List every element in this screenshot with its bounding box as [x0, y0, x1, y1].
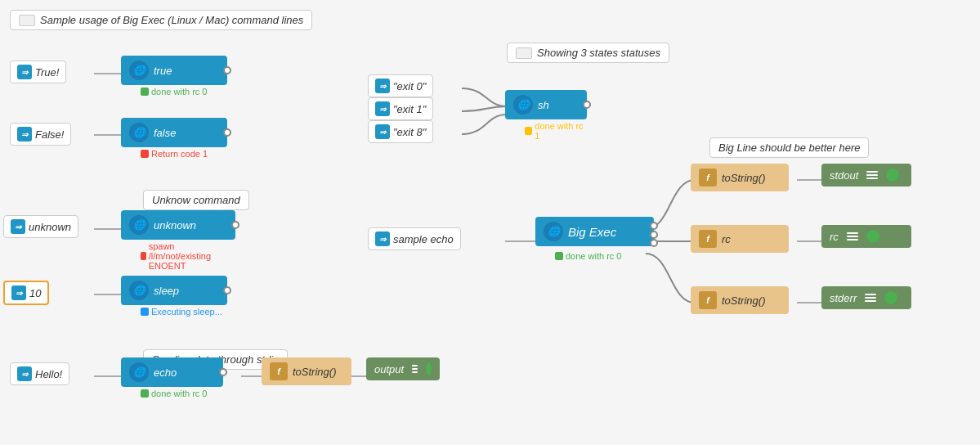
globe-icon-bigexec: 🌐: [544, 222, 563, 241]
output-port-bigexec-3[interactable]: [650, 239, 658, 247]
big-line-label: Big Line should be better here: [709, 137, 869, 158]
unknow-command-label: Unknow command: [143, 190, 249, 210]
tostring-stdout-node[interactable]: f toString(): [691, 164, 789, 191]
title-label: Sample usage of Big Exec (Linux / Mac) c…: [10, 10, 312, 30]
menu-icon: [412, 365, 417, 373]
globe-icon-2: 🌐: [129, 123, 149, 142]
stdout-output-node[interactable]: stdout: [821, 164, 911, 187]
globe-icon-3: 🌐: [129, 215, 149, 235]
big-exec-node[interactable]: 🌐 Big Exec done with rc 0: [535, 217, 654, 246]
f-icon-rc: f: [699, 230, 717, 248]
false-exec-node[interactable]: 🌐 false Return code 1: [121, 118, 227, 147]
output-node[interactable]: output: [366, 357, 440, 380]
menu-icon-stdout: [866, 171, 878, 179]
globe-icon: 🌐: [129, 61, 149, 80]
sh-exec-node[interactable]: 🌐 sh done with rc 1: [505, 90, 587, 119]
rc-output-node[interactable]: rc: [821, 225, 911, 248]
output-port-bigexec-2[interactable]: [650, 231, 658, 239]
output-port-3[interactable]: [231, 221, 239, 229]
stderr-output-node[interactable]: stderr: [821, 286, 911, 309]
globe-icon-4: 🌐: [129, 281, 149, 300]
f-icon-stderr: f: [699, 291, 717, 309]
false-input-node[interactable]: ⇒ False!: [10, 123, 71, 146]
output-port-sh[interactable]: [583, 101, 591, 109]
f-icon: f: [270, 362, 288, 380]
exit8-input-node[interactable]: ⇒ "exit 8": [368, 120, 433, 143]
exit0-input-node[interactable]: ⇒ "exit 0": [368, 74, 433, 97]
sample-echo-input-node[interactable]: ⇒ sample echo: [368, 227, 461, 250]
status-circle-rc: [866, 230, 879, 243]
unknown-exec-node[interactable]: 🌐 unknown spawn /l/m/not/existing ENOENT: [121, 210, 235, 240]
status-circle-stdout: [886, 169, 899, 182]
sleep-input-node[interactable]: ⇒ 10: [3, 281, 49, 305]
output-port-2[interactable]: [223, 128, 231, 137]
true-exec-node[interactable]: 🌐 true done with rc 0: [121, 56, 227, 85]
unknown-input-node[interactable]: ⇒ unknown: [3, 215, 78, 238]
showing-states-label: Showing 3 states statuses: [507, 43, 669, 63]
hello-input-node[interactable]: ⇒ Hello!: [10, 362, 69, 385]
globe-icon-5: 🌐: [129, 362, 149, 382]
sleep-exec-node[interactable]: 🌐 sleep Executing sleep...: [121, 276, 227, 305]
output-port[interactable]: [223, 66, 231, 74]
rc-func-node[interactable]: f rc: [691, 225, 789, 253]
output-port-4[interactable]: [223, 286, 231, 294]
tostring-stderr-node[interactable]: f toString(): [691, 286, 789, 314]
status-circle-stderr: [884, 291, 897, 304]
output-port-bigexec-1[interactable]: [650, 222, 658, 230]
tostring-func-node[interactable]: f toString(): [262, 357, 351, 385]
output-port-5[interactable]: [219, 368, 227, 376]
echo-exec-node[interactable]: 🌐 echo done with rc 0: [121, 357, 223, 387]
status-circle: [426, 362, 432, 375]
menu-icon-rc: [847, 232, 858, 240]
globe-icon-sh: 🌐: [513, 95, 533, 115]
true-input-node[interactable]: ⇒ True!: [10, 61, 66, 83]
menu-icon-stderr: [865, 294, 876, 302]
exit1-input-node[interactable]: ⇒ "exit 1": [368, 97, 433, 120]
f-icon-stdout: f: [699, 169, 717, 187]
